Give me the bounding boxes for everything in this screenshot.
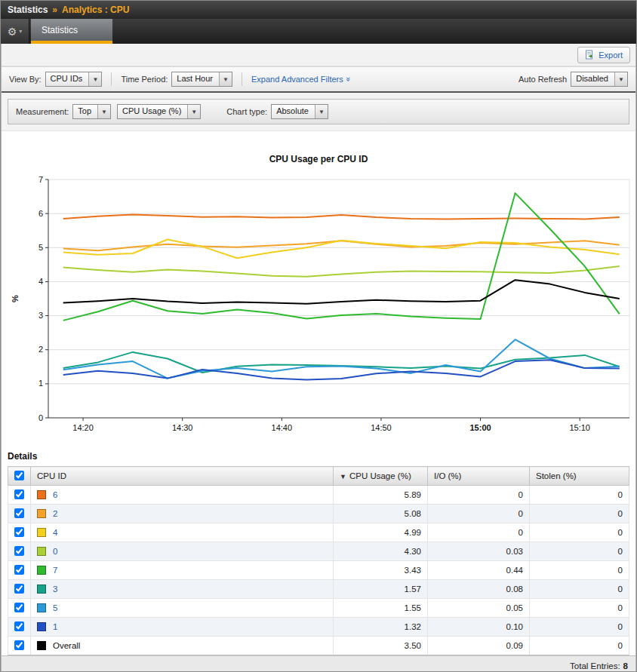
advanced-filters-label: Expand Advanced Filters	[251, 75, 343, 84]
cpu-id-link[interactable]: 2	[53, 509, 57, 518]
auto-refresh-value: Disabled	[571, 72, 614, 86]
tab-statistics[interactable]: Statistics	[31, 19, 112, 44]
view-by-select[interactable]: CPU IDs ▼	[45, 72, 103, 87]
gear-icon: ⚙	[8, 26, 17, 37]
series-color-swatch	[37, 509, 46, 518]
table-row: 25.0800	[8, 505, 629, 523]
series-color-swatch	[37, 622, 46, 631]
stolen-value: 0	[530, 523, 629, 542]
svg-text:6: 6	[38, 209, 43, 218]
series-line-0	[63, 266, 620, 277]
chart-title: CPU Usage per CPU ID	[5, 154, 632, 164]
auto-refresh-label: Auto Refresh	[519, 75, 567, 84]
divider	[242, 72, 242, 86]
chevron-down-icon: ▼	[315, 105, 328, 118]
io-value: 0.09	[428, 637, 530, 655]
page: Statistics » Analytics : CPU ⚙ ▾ Statist…	[0, 0, 637, 672]
sort-desc-icon: ▼	[340, 473, 346, 480]
io-value: 0	[428, 523, 530, 542]
measurement-type-select[interactable]: Top ▼	[72, 104, 111, 119]
export-button[interactable]: Export	[577, 47, 630, 63]
row-checkbox-cell	[8, 486, 31, 505]
cpu-id-link[interactable]: 3	[53, 585, 57, 594]
row-checkbox[interactable]	[14, 603, 24, 612]
cpu-usage-value: 5.89	[334, 486, 428, 505]
io-value: 0.10	[428, 618, 530, 637]
cpu-usage-value: 3.43	[334, 561, 428, 580]
io-value: 0.05	[428, 599, 530, 618]
footer: Total Entries: 8	[2, 655, 635, 672]
cpu-id-link[interactable]: 7	[53, 566, 57, 575]
io-value: 0	[428, 486, 530, 505]
column-header-stolen[interactable]: Stolen (%)	[530, 467, 629, 486]
cpu-id-link[interactable]: 6	[53, 490, 57, 499]
time-period-label: Time Period:	[121, 75, 168, 84]
breadcrumb-separator-icon: »	[52, 5, 57, 15]
chevron-down-icon: ▼	[187, 105, 200, 118]
measurement-label: Measurement:	[16, 107, 69, 116]
export-icon	[585, 50, 595, 60]
main-content: Export View By: CPU IDs ▼ Time Period: L…	[1, 44, 636, 672]
cpu-id-link[interactable]: 4	[53, 528, 57, 537]
total-entries-label: Total Entries:	[570, 661, 620, 670]
chart-type-label: Chart type:	[226, 107, 267, 116]
series-color-swatch	[37, 566, 46, 575]
total-entries-value: 8	[623, 661, 628, 670]
cpu-id-cell: 2	[31, 505, 334, 523]
svg-text:1: 1	[38, 379, 43, 388]
chart-type-select[interactable]: Absolute ▼	[271, 104, 328, 119]
settings-menu-button[interactable]: ⚙ ▾	[1, 19, 29, 44]
export-row: Export	[2, 44, 635, 66]
breadcrumb-section[interactable]: Statistics	[8, 5, 48, 15]
svg-text:4: 4	[38, 277, 43, 286]
column-header-cpu-usage[interactable]: ▼CPU Usage (%)	[334, 467, 428, 486]
table-row: 73.430.440	[8, 561, 629, 580]
table-row: 51.550.050	[8, 599, 629, 618]
stolen-value: 0	[530, 505, 629, 523]
table-row: 44.9900	[8, 523, 629, 542]
column-header-io[interactable]: I/O (%)	[428, 467, 530, 486]
measurement-area: Measurement: Top ▼ CPU Usage (%) ▼ Chart…	[2, 93, 635, 131]
cpu-usage-value: 1.32	[334, 618, 428, 637]
time-period-select[interactable]: Last Hour ▼	[171, 72, 232, 87]
auto-refresh-select[interactable]: Disabled ▼	[571, 72, 628, 87]
cpu-id-link[interactable]: 5	[53, 603, 57, 612]
row-checkbox-cell	[8, 580, 31, 599]
table-row: 65.8900	[8, 486, 629, 505]
row-checkbox[interactable]	[14, 546, 24, 556]
series-color-swatch	[37, 490, 46, 499]
row-checkbox[interactable]	[14, 640, 24, 650]
measurement-type-value: Top	[73, 105, 97, 118]
cpu-id-cell: Overall	[31, 637, 334, 655]
view-by-label: View By:	[9, 75, 42, 84]
series-color-swatch	[37, 603, 46, 612]
svg-text:15:00: 15:00	[469, 423, 491, 432]
svg-text:14:50: 14:50	[371, 423, 392, 432]
cpu-usage-value: 4.30	[334, 542, 428, 561]
divider	[111, 72, 112, 86]
select-all-checkbox[interactable]	[14, 471, 24, 480]
io-value: 0.08	[428, 580, 530, 599]
cpu-id-link[interactable]: 1	[53, 622, 57, 631]
breadcrumb-current-page: Analytics : CPU	[62, 5, 129, 15]
row-checkbox[interactable]	[14, 489, 24, 499]
measurement-metric-select[interactable]: CPU Usage (%) ▼	[117, 104, 201, 119]
chevron-down-icon: ▼	[614, 72, 627, 86]
measurement-bar: Measurement: Top ▼ CPU Usage (%) ▼ Chart…	[8, 99, 629, 124]
row-checkbox[interactable]	[14, 584, 24, 594]
svg-text:3: 3	[38, 311, 43, 320]
cpu-id-link[interactable]: 0	[53, 547, 57, 556]
row-checkbox[interactable]	[14, 565, 24, 575]
svg-text:2: 2	[38, 345, 43, 354]
row-checkbox[interactable]	[14, 621, 24, 631]
filter-bar: View By: CPU IDs ▼ Time Period: Last Hou…	[2, 66, 635, 93]
cpu-id-cell: 0	[31, 542, 334, 561]
expand-advanced-filters-link[interactable]: Expand Advanced Filters »	[251, 75, 351, 84]
row-checkbox[interactable]	[14, 508, 24, 518]
table-row: 31.570.080	[8, 580, 629, 599]
tab-label: Statistics	[42, 25, 78, 35]
row-checkbox[interactable]	[14, 527, 24, 537]
column-header-cpu-id[interactable]: CPU ID	[31, 467, 334, 486]
stolen-value: 0	[530, 580, 629, 599]
row-checkbox-cell	[8, 561, 31, 580]
